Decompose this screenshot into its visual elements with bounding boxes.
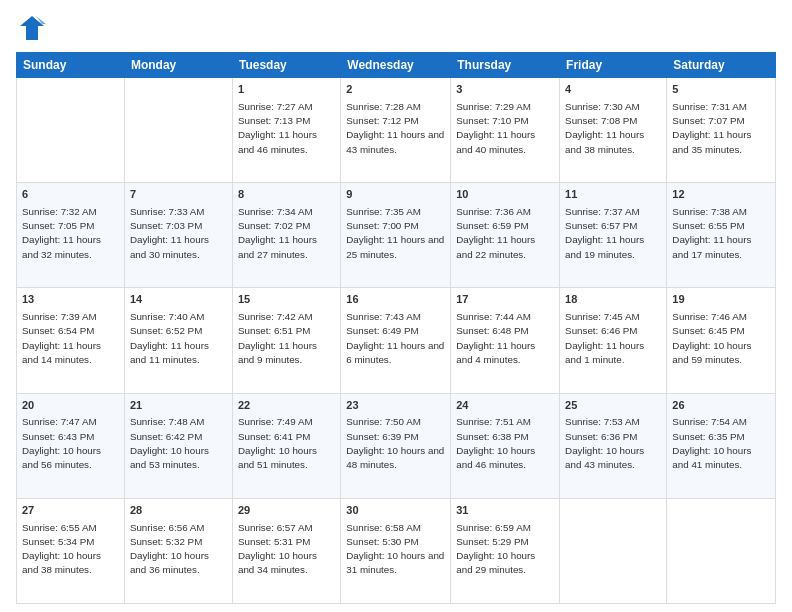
- day-info: Sunrise: 6:58 AM Sunset: 5:30 PM Dayligh…: [346, 522, 444, 576]
- calendar-cell: [667, 498, 776, 603]
- week-row-3: 13Sunrise: 7:39 AM Sunset: 6:54 PM Dayli…: [17, 288, 776, 393]
- day-info: Sunrise: 7:48 AM Sunset: 6:42 PM Dayligh…: [130, 416, 209, 470]
- day-info: Sunrise: 7:39 AM Sunset: 6:54 PM Dayligh…: [22, 311, 101, 365]
- day-number: 16: [346, 292, 445, 307]
- day-number: 3: [456, 82, 554, 97]
- day-info: Sunrise: 7:31 AM Sunset: 7:07 PM Dayligh…: [672, 101, 751, 155]
- calendar-cell: 16Sunrise: 7:43 AM Sunset: 6:49 PM Dayli…: [341, 288, 451, 393]
- day-info: Sunrise: 7:45 AM Sunset: 6:46 PM Dayligh…: [565, 311, 644, 365]
- day-info: Sunrise: 6:55 AM Sunset: 5:34 PM Dayligh…: [22, 522, 101, 576]
- day-info: Sunrise: 7:54 AM Sunset: 6:35 PM Dayligh…: [672, 416, 751, 470]
- day-number: 20: [22, 398, 119, 413]
- day-number: 26: [672, 398, 770, 413]
- day-number: 12: [672, 187, 770, 202]
- day-number: 17: [456, 292, 554, 307]
- day-number: 19: [672, 292, 770, 307]
- calendar-cell: 26Sunrise: 7:54 AM Sunset: 6:35 PM Dayli…: [667, 393, 776, 498]
- day-number: 21: [130, 398, 227, 413]
- day-number: 6: [22, 187, 119, 202]
- calendar-header: SundayMondayTuesdayWednesdayThursdayFrid…: [17, 53, 776, 78]
- day-info: Sunrise: 7:27 AM Sunset: 7:13 PM Dayligh…: [238, 101, 317, 155]
- calendar-cell: 15Sunrise: 7:42 AM Sunset: 6:51 PM Dayli…: [232, 288, 340, 393]
- week-row-1: 1Sunrise: 7:27 AM Sunset: 7:13 PM Daylig…: [17, 78, 776, 183]
- day-number: 28: [130, 503, 227, 518]
- day-info: Sunrise: 7:43 AM Sunset: 6:49 PM Dayligh…: [346, 311, 444, 365]
- weekday-header-row: SundayMondayTuesdayWednesdayThursdayFrid…: [17, 53, 776, 78]
- weekday-header-tuesday: Tuesday: [232, 53, 340, 78]
- day-number: 5: [672, 82, 770, 97]
- day-number: 13: [22, 292, 119, 307]
- calendar-cell: [17, 78, 125, 183]
- calendar-cell: 3Sunrise: 7:29 AM Sunset: 7:10 PM Daylig…: [451, 78, 560, 183]
- day-info: Sunrise: 7:30 AM Sunset: 7:08 PM Dayligh…: [565, 101, 644, 155]
- calendar-cell: 28Sunrise: 6:56 AM Sunset: 5:32 PM Dayli…: [124, 498, 232, 603]
- day-number: 10: [456, 187, 554, 202]
- day-number: 2: [346, 82, 445, 97]
- calendar-cell: 25Sunrise: 7:53 AM Sunset: 6:36 PM Dayli…: [560, 393, 667, 498]
- day-number: 11: [565, 187, 661, 202]
- weekday-header-wednesday: Wednesday: [341, 53, 451, 78]
- day-number: 1: [238, 82, 335, 97]
- weekday-header-thursday: Thursday: [451, 53, 560, 78]
- day-info: Sunrise: 7:53 AM Sunset: 6:36 PM Dayligh…: [565, 416, 644, 470]
- weekday-header-sunday: Sunday: [17, 53, 125, 78]
- calendar-cell: 11Sunrise: 7:37 AM Sunset: 6:57 PM Dayli…: [560, 183, 667, 288]
- day-info: Sunrise: 6:57 AM Sunset: 5:31 PM Dayligh…: [238, 522, 317, 576]
- day-info: Sunrise: 7:32 AM Sunset: 7:05 PM Dayligh…: [22, 206, 101, 260]
- day-number: 24: [456, 398, 554, 413]
- day-info: Sunrise: 7:49 AM Sunset: 6:41 PM Dayligh…: [238, 416, 317, 470]
- calendar-cell: 7Sunrise: 7:33 AM Sunset: 7:03 PM Daylig…: [124, 183, 232, 288]
- calendar-cell: 18Sunrise: 7:45 AM Sunset: 6:46 PM Dayli…: [560, 288, 667, 393]
- day-number: 7: [130, 187, 227, 202]
- day-number: 15: [238, 292, 335, 307]
- calendar-cell: 30Sunrise: 6:58 AM Sunset: 5:30 PM Dayli…: [341, 498, 451, 603]
- day-info: Sunrise: 7:47 AM Sunset: 6:43 PM Dayligh…: [22, 416, 101, 470]
- day-info: Sunrise: 7:34 AM Sunset: 7:02 PM Dayligh…: [238, 206, 317, 260]
- day-info: Sunrise: 6:56 AM Sunset: 5:32 PM Dayligh…: [130, 522, 209, 576]
- day-number: 25: [565, 398, 661, 413]
- day-info: Sunrise: 7:37 AM Sunset: 6:57 PM Dayligh…: [565, 206, 644, 260]
- day-number: 27: [22, 503, 119, 518]
- day-number: 30: [346, 503, 445, 518]
- day-info: Sunrise: 7:42 AM Sunset: 6:51 PM Dayligh…: [238, 311, 317, 365]
- weekday-header-saturday: Saturday: [667, 53, 776, 78]
- calendar-cell: 4Sunrise: 7:30 AM Sunset: 7:08 PM Daylig…: [560, 78, 667, 183]
- calendar-cell: [560, 498, 667, 603]
- calendar-cell: 24Sunrise: 7:51 AM Sunset: 6:38 PM Dayli…: [451, 393, 560, 498]
- calendar-cell: 5Sunrise: 7:31 AM Sunset: 7:07 PM Daylig…: [667, 78, 776, 183]
- calendar-cell: 19Sunrise: 7:46 AM Sunset: 6:45 PM Dayli…: [667, 288, 776, 393]
- day-number: 18: [565, 292, 661, 307]
- calendar-cell: 10Sunrise: 7:36 AM Sunset: 6:59 PM Dayli…: [451, 183, 560, 288]
- calendar-cell: 21Sunrise: 7:48 AM Sunset: 6:42 PM Dayli…: [124, 393, 232, 498]
- calendar-cell: 1Sunrise: 7:27 AM Sunset: 7:13 PM Daylig…: [232, 78, 340, 183]
- day-number: 22: [238, 398, 335, 413]
- day-info: Sunrise: 7:29 AM Sunset: 7:10 PM Dayligh…: [456, 101, 535, 155]
- calendar-body: 1Sunrise: 7:27 AM Sunset: 7:13 PM Daylig…: [17, 78, 776, 604]
- day-info: Sunrise: 7:38 AM Sunset: 6:55 PM Dayligh…: [672, 206, 751, 260]
- day-info: Sunrise: 7:51 AM Sunset: 6:38 PM Dayligh…: [456, 416, 535, 470]
- day-number: 8: [238, 187, 335, 202]
- calendar-cell: 23Sunrise: 7:50 AM Sunset: 6:39 PM Dayli…: [341, 393, 451, 498]
- day-info: Sunrise: 7:33 AM Sunset: 7:03 PM Dayligh…: [130, 206, 209, 260]
- calendar-cell: 22Sunrise: 7:49 AM Sunset: 6:41 PM Dayli…: [232, 393, 340, 498]
- calendar-cell: 27Sunrise: 6:55 AM Sunset: 5:34 PM Dayli…: [17, 498, 125, 603]
- header: [16, 12, 776, 44]
- calendar-cell: 14Sunrise: 7:40 AM Sunset: 6:52 PM Dayli…: [124, 288, 232, 393]
- day-number: 14: [130, 292, 227, 307]
- day-number: 9: [346, 187, 445, 202]
- day-number: 4: [565, 82, 661, 97]
- day-info: Sunrise: 7:40 AM Sunset: 6:52 PM Dayligh…: [130, 311, 209, 365]
- calendar-cell: 20Sunrise: 7:47 AM Sunset: 6:43 PM Dayli…: [17, 393, 125, 498]
- logo-icon: [16, 12, 48, 44]
- day-number: 23: [346, 398, 445, 413]
- week-row-2: 6Sunrise: 7:32 AM Sunset: 7:05 PM Daylig…: [17, 183, 776, 288]
- calendar-cell: [124, 78, 232, 183]
- week-row-4: 20Sunrise: 7:47 AM Sunset: 6:43 PM Dayli…: [17, 393, 776, 498]
- day-info: Sunrise: 7:44 AM Sunset: 6:48 PM Dayligh…: [456, 311, 535, 365]
- calendar-cell: 8Sunrise: 7:34 AM Sunset: 7:02 PM Daylig…: [232, 183, 340, 288]
- calendar-cell: 17Sunrise: 7:44 AM Sunset: 6:48 PM Dayli…: [451, 288, 560, 393]
- day-info: Sunrise: 6:59 AM Sunset: 5:29 PM Dayligh…: [456, 522, 535, 576]
- calendar-cell: 9Sunrise: 7:35 AM Sunset: 7:00 PM Daylig…: [341, 183, 451, 288]
- calendar-cell: 2Sunrise: 7:28 AM Sunset: 7:12 PM Daylig…: [341, 78, 451, 183]
- day-info: Sunrise: 7:28 AM Sunset: 7:12 PM Dayligh…: [346, 101, 444, 155]
